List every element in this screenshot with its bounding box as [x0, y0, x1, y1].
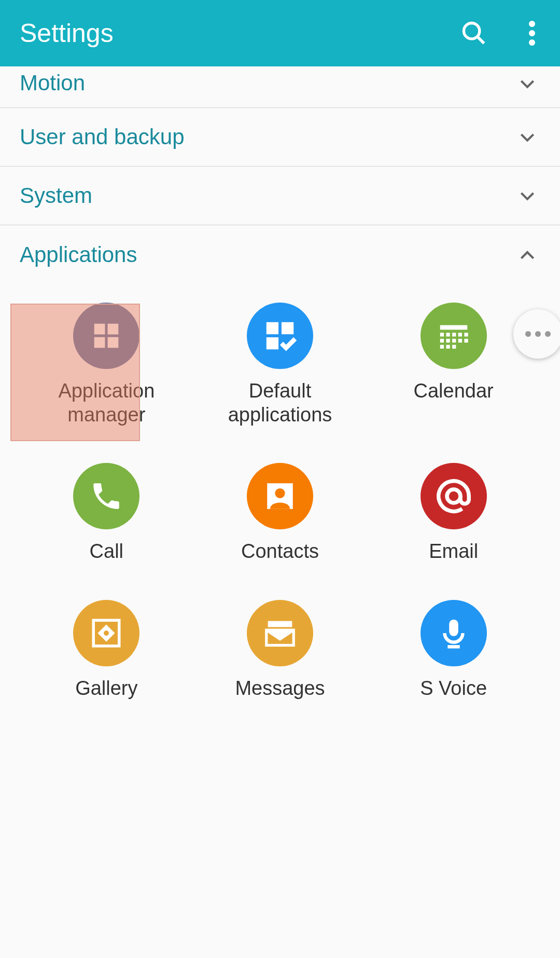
svg-rect-9 — [267, 322, 278, 334]
svg-point-27 — [275, 488, 285, 498]
chevron-down-icon — [514, 183, 540, 209]
contact-icon — [247, 463, 313, 529]
svg-rect-18 — [440, 339, 443, 343]
svg-rect-32 — [449, 620, 458, 636]
category-user-backup[interactable]: User and backup — [0, 108, 560, 167]
svg-line-1 — [478, 37, 484, 44]
app-email[interactable]: Email — [367, 463, 540, 564]
grid-icon — [73, 303, 139, 369]
svg-point-2 — [529, 21, 535, 27]
app-messages[interactable]: Messages — [193, 600, 367, 701]
svg-rect-10 — [282, 322, 293, 334]
search-icon[interactable] — [460, 20, 487, 47]
svg-rect-21 — [458, 339, 461, 343]
svg-point-3 — [529, 30, 535, 36]
svg-rect-14 — [446, 333, 450, 336]
calendar-icon — [421, 303, 487, 369]
app-contacts[interactable]: Contacts — [193, 463, 367, 564]
gallery-icon — [73, 600, 139, 666]
category-label: Motion — [20, 71, 514, 95]
app-label: Email — [429, 540, 478, 564]
app-calendar[interactable]: Calendar — [367, 303, 540, 427]
svg-rect-12 — [440, 325, 467, 330]
category-label: User and backup — [20, 125, 514, 149]
category-system[interactable]: System — [0, 167, 560, 225]
svg-rect-22 — [464, 339, 468, 343]
svg-rect-15 — [452, 333, 456, 336]
grid-check-icon — [247, 303, 313, 369]
svg-point-28 — [447, 489, 460, 503]
app-gallery[interactable]: Gallery — [20, 600, 193, 701]
at-icon — [421, 463, 487, 529]
dot-icon — [545, 331, 551, 337]
svg-rect-19 — [446, 339, 450, 343]
category-label: System — [20, 183, 514, 208]
app-label: Messages — [235, 677, 325, 701]
app-label: S Voice — [420, 677, 487, 701]
envelope-icon — [247, 600, 313, 666]
svg-point-30 — [104, 631, 109, 636]
svg-rect-6 — [108, 324, 119, 335]
svg-rect-16 — [458, 333, 461, 336]
applications-grid: Application manager Default applications… — [20, 303, 540, 700]
more-options-icon[interactable] — [529, 21, 535, 46]
app-label: Call — [90, 540, 123, 564]
chevron-down-icon — [514, 124, 540, 150]
app-application-manager[interactable]: Application manager — [20, 303, 193, 427]
phone-icon — [73, 463, 139, 529]
app-label: Default applications — [218, 379, 342, 427]
svg-rect-13 — [440, 333, 443, 336]
app-label: Calendar — [414, 379, 494, 403]
page-title: Settings — [20, 18, 460, 48]
svg-point-0 — [464, 23, 480, 39]
mic-icon — [421, 600, 487, 666]
category-applications[interactable]: Applications — [20, 225, 540, 284]
floating-more-button[interactable] — [513, 309, 560, 359]
svg-rect-20 — [452, 339, 456, 343]
svg-rect-8 — [108, 337, 119, 348]
dot-icon — [525, 331, 531, 337]
category-applications-section: Applications Application manager Default… — [0, 225, 560, 700]
dot-icon — [535, 331, 541, 337]
app-header: Settings — [0, 0, 560, 66]
category-label: Applications — [20, 242, 514, 267]
app-label: Application manager — [44, 379, 169, 427]
chevron-down-icon — [514, 71, 540, 97]
header-actions — [460, 20, 535, 47]
svg-rect-24 — [446, 345, 450, 349]
svg-rect-5 — [94, 324, 105, 335]
svg-rect-25 — [452, 345, 456, 349]
svg-rect-31 — [268, 621, 292, 627]
chevron-up-icon — [514, 242, 540, 268]
svg-rect-17 — [464, 333, 468, 336]
app-label: Gallery — [75, 677, 137, 701]
svg-rect-7 — [94, 337, 105, 348]
svg-rect-23 — [440, 345, 443, 349]
app-default-applications[interactable]: Default applications — [193, 303, 367, 427]
category-motion[interactable]: Motion — [0, 66, 560, 108]
app-s-voice[interactable]: S Voice — [367, 600, 540, 701]
svg-point-4 — [529, 39, 535, 46]
app-call[interactable]: Call — [20, 463, 193, 564]
app-label: Contacts — [241, 540, 319, 564]
svg-rect-11 — [267, 337, 278, 349]
